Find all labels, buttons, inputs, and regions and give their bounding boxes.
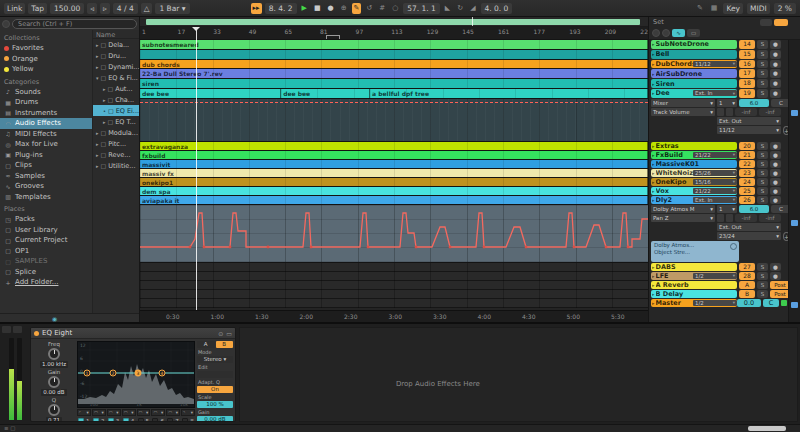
track-name-cell[interactable]: ▸ Master 1/2 ▾: [651, 299, 737, 307]
place-item[interactable]: ▢ User Library: [0, 225, 92, 236]
solo-button[interactable]: S: [757, 69, 768, 78]
track-activator-number[interactable]: 18: [739, 79, 755, 88]
track-name-cell[interactable]: ▸ DubChords 11/12 ▾: [651, 60, 737, 69]
track-name-cell[interactable]: ▸ WhiteNoiz 25/26 ▾: [651, 169, 737, 177]
tree-name-header[interactable]: Name: [93, 30, 139, 39]
arm-button[interactable]: ●: [770, 40, 781, 49]
output-routing-chooser[interactable]: 1/2 ▾: [693, 300, 737, 306]
unfold-icon[interactable]: ▸: [652, 71, 655, 77]
band-activator-checkbox[interactable]: [138, 418, 144, 423]
play-button[interactable]: ▶: [300, 3, 309, 14]
track-header-row[interactable]: ▸ LFE 1/2 ▾ 28 S ●: [651, 272, 800, 280]
audio-clip[interactable]: subnotesmeared: [140, 40, 648, 49]
track-header-row[interactable]: ▸ Siren ▾ 18 S ●: [651, 79, 800, 88]
track-name-cell[interactable]: ▸ LFE 1/2 ▾: [651, 272, 737, 280]
track-name-cell[interactable]: ▸ SubNoteDrone ▾: [651, 40, 737, 49]
solo-button[interactable]: S: [757, 178, 768, 186]
playhead-marker[interactable]: [192, 27, 200, 31]
track-name-cell[interactable]: ▸ Dee Ext. In ▾: [651, 89, 737, 98]
track-activator-number[interactable]: 15: [739, 50, 755, 59]
time-signature-field[interactable]: 4 / 4: [113, 3, 138, 14]
track-name-cell[interactable]: ▸ DABS ▾: [651, 263, 737, 271]
arm-button[interactable]: ●: [770, 169, 781, 177]
output-routing-chooser[interactable]: Ext. Out▾: [717, 223, 781, 231]
category-item[interactable]: ♫ MIDI Effects: [0, 129, 92, 140]
browser-tree-item[interactable]: ▸ ▢ Reve...: [93, 149, 139, 160]
browser-tree-item[interactable]: ▸ ▢ Dru...: [93, 50, 139, 61]
device-drop-area[interactable]: Drop Audio Effects Here: [239, 327, 798, 422]
browser-tree-item[interactable]: ▸ ▢ Pitc...: [93, 138, 139, 149]
unfold-icon[interactable]: ▸: [652, 179, 655, 185]
arm-button[interactable]: ●: [770, 89, 781, 98]
band-activator-checkbox[interactable]: [123, 418, 129, 423]
track-activator-number[interactable]: 23: [739, 169, 755, 177]
arm-button[interactable]: ●: [770, 178, 781, 186]
arm-button[interactable]: ●: [770, 79, 781, 88]
track-activator-number[interactable]: 20: [739, 142, 755, 150]
solo-button[interactable]: S: [757, 89, 768, 98]
empty-track-row[interactable]: [140, 281, 648, 290]
tree-caret-icon[interactable]: ▸: [96, 64, 99, 70]
tree-caret-icon[interactable]: ▸: [96, 152, 99, 158]
automation-param-chooser[interactable]: Track Volume▾: [651, 108, 715, 116]
audio-clip[interactable]: siren: [140, 79, 648, 88]
tree-caret-icon[interactable]: ▾: [96, 75, 99, 81]
arm-button[interactable]: ●: [770, 263, 781, 271]
band-activator-checkbox[interactable]: [78, 418, 84, 423]
send-b-field[interactable]: -inf: [759, 214, 781, 222]
audio-clip[interactable]: 22-Ba Dull Stereo 7'.rev: [140, 69, 648, 78]
pencil-icon[interactable]: ✎: [695, 3, 705, 14]
tree-caret-icon[interactable]: ▸: [103, 119, 106, 125]
stop-button[interactable]: ■: [312, 3, 323, 14]
hot-swap-icon[interactable]: ⊙: [218, 330, 223, 337]
track-name-cell[interactable]: ▸ Bell ▾: [651, 50, 737, 59]
adapt-q-toggle[interactable]: On: [197, 386, 233, 393]
track-activator-number[interactable]: 22: [739, 160, 755, 168]
track-header-row[interactable]: ▸ Vox 21/22 ▾ 25 S ●: [651, 187, 800, 195]
computer-midi-keyboard-icon[interactable]: ▦: [709, 3, 720, 14]
key-map-button[interactable]: Key: [723, 3, 743, 14]
unfold-icon[interactable]: ▸: [652, 152, 655, 158]
track-name-cell[interactable]: ▸ Vox 21/22 ▾: [651, 187, 737, 195]
master-pan-field[interactable]: C: [763, 299, 779, 307]
track-header-row[interactable]: ▸ DubChords 11/12 ▾ 16 S ●: [651, 60, 800, 69]
preview-headphone-icon[interactable]: ◉: [52, 315, 57, 322]
arrangement-position[interactable]: 8. 4. 2: [265, 3, 297, 14]
solo-button[interactable]: S: [757, 281, 768, 289]
place-item[interactable]: ▢ OP1: [0, 246, 92, 257]
tree-caret-icon[interactable]: •: [103, 108, 106, 114]
empty-track-row[interactable]: [140, 272, 648, 281]
track-name-cell[interactable]: ▸ Extras ▾: [651, 142, 737, 150]
filter-type-chooser[interactable]: ◠▾: [166, 409, 180, 416]
track-name-cell[interactable]: ▸ AirSubDrone ▾: [651, 69, 737, 78]
punch-out-button[interactable]: ◢: [468, 3, 477, 14]
edit-b-button[interactable]: B: [216, 341, 234, 348]
track-activator-number[interactable]: 17: [739, 69, 755, 78]
browser-tree-item[interactable]: ▸ ▢ Aut...: [93, 83, 139, 94]
audio-clip[interactable]: massiv fx: [140, 169, 648, 177]
eq-spectrum-display[interactable]: 1260-6-12 1001k10k: [77, 341, 195, 408]
audio-clip[interactable]: dem spa: [140, 187, 648, 195]
collection-item[interactable]: Yellow: [0, 64, 92, 75]
filter-type-chooser[interactable]: ◠▾: [137, 409, 151, 416]
mode-chooser[interactable]: Stereo ▾: [197, 356, 233, 363]
track-header-row[interactable]: ▸ SubNoteDrone ▾ 14 S ●: [651, 40, 800, 49]
monitor-in-button[interactable]: [717, 108, 724, 116]
unfold-icon[interactable]: ▸: [652, 282, 655, 288]
set-label[interactable]: Set: [653, 18, 664, 26]
output-channel-chooser[interactable]: 11/12▾: [717, 126, 781, 134]
q-knob[interactable]: [48, 404, 60, 416]
arm-button[interactable]: ●: [770, 142, 781, 150]
audio-clip[interactable]: extravaganza: [140, 142, 648, 150]
arrangement-overview[interactable]: [140, 17, 648, 27]
device-activator[interactable]: [34, 331, 39, 336]
scale-field[interactable]: 100 %: [197, 401, 233, 408]
track-name-cell[interactable]: ▸ B Delay: [651, 290, 737, 298]
input-routing-chooser[interactable]: 21/22 ▾: [693, 188, 737, 194]
audio-clip[interactable]: fxbuild: [140, 151, 648, 159]
output-gain-field[interactable]: 0.00 dB: [197, 416, 233, 422]
return-letter-badge[interactable]: A: [739, 281, 755, 289]
filter-type-chooser[interactable]: ◝▾: [181, 409, 195, 416]
search-input[interactable]: [12, 19, 137, 29]
capture-midi-button[interactable]: #: [377, 3, 387, 14]
